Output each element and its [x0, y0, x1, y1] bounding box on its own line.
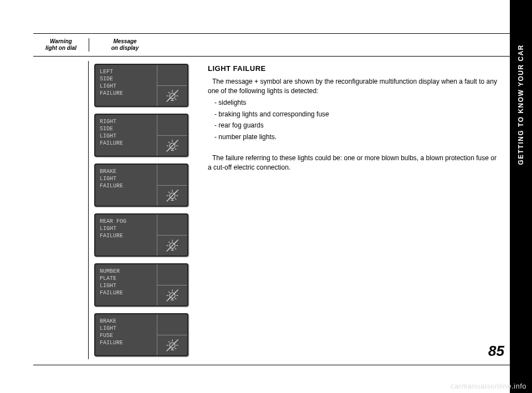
- svg-line-18: [168, 142, 170, 143]
- display-text: REAR FOG LIGHT FAILURE: [95, 215, 157, 256]
- svg-line-51: [168, 292, 170, 293]
- section-tab: GETTING TO KNOW YOUR CAR: [510, 0, 532, 393]
- watermark: carmanualsonline.info: [451, 382, 526, 390]
- bullet-item: - rear fog guards: [208, 121, 499, 130]
- display-column: LEFT SIDE LIGHT FAILURE: [89, 61, 200, 359]
- section-tab-label: GETTING TO KNOW YOUR CAR: [517, 44, 525, 165]
- section-title: LIGHT FAILURE: [208, 64, 499, 74]
- display-left-side-light-failure: LEFT SIDE LIGHT FAILURE: [94, 64, 188, 107]
- page-number: 85: [488, 343, 504, 360]
- svg-line-63: [175, 348, 176, 349]
- svg-line-52: [175, 298, 176, 299]
- warning-light-column: [33, 61, 89, 359]
- intro-text: The message + symbol are shown by the re…: [208, 77, 499, 96]
- header-warning-light: Warning light on dial: [33, 38, 89, 52]
- header-message-display: Message on display: [89, 38, 155, 52]
- display-text: LEFT SIDE LIGHT FAILURE: [95, 65, 157, 106]
- display-rear-fog-light-failure: REAR FOG LIGHT FAILURE: [94, 213, 188, 257]
- table-header: Warning light on dial Message on display: [33, 33, 510, 57]
- bulb-icon: [165, 188, 180, 203]
- svg-line-41: [175, 248, 176, 249]
- svg-line-62: [168, 341, 170, 343]
- bulb-icon: [165, 88, 180, 104]
- display-brake-light-fuse-failure: BRAKE LIGHT FUSE FAILURE: [94, 313, 188, 356]
- svg-line-30: [175, 198, 176, 200]
- display-brake-light-failure: BRAKE LIGHT FAILURE: [94, 164, 188, 207]
- svg-line-19: [175, 149, 176, 150]
- display-text: BRAKE LIGHT FAILURE: [95, 165, 157, 206]
- bulb-icon: [165, 288, 180, 303]
- svg-line-7: [168, 92, 170, 93]
- bulb-icon: [165, 138, 180, 154]
- svg-line-8: [175, 99, 176, 100]
- display-number-plate-light-failure: NUMBER PLATE LIGHT FAILURE: [94, 263, 188, 307]
- bullet-item: - braking lights and corresponding fuse: [208, 110, 499, 119]
- manual-page: GETTING TO KNOW YOUR CAR 85 Warning ligh…: [0, 0, 532, 393]
- svg-line-29: [168, 192, 170, 193]
- bullet-item: - number plate lights.: [208, 132, 499, 142]
- display-right-side-light-failure: RIGHT SIDE LIGHT FAILURE: [94, 114, 188, 157]
- description-column: LIGHT FAILURE The message + symbol are s…: [200, 61, 510, 359]
- bulb-icon: [165, 238, 180, 253]
- svg-line-40: [168, 242, 170, 243]
- bulb-icon: [165, 338, 180, 353]
- content-row: LEFT SIDE LIGHT FAILURE: [33, 61, 510, 365]
- display-text: NUMBER PLATE LIGHT FAILURE: [95, 264, 157, 305]
- outro-text: The failure referring to these lights co…: [208, 154, 499, 172]
- display-text: BRAKE LIGHT FUSE FAILURE: [95, 314, 157, 355]
- display-text: RIGHT SIDE LIGHT FAILURE: [95, 115, 157, 156]
- bullet-item: - sidelights: [208, 98, 499, 108]
